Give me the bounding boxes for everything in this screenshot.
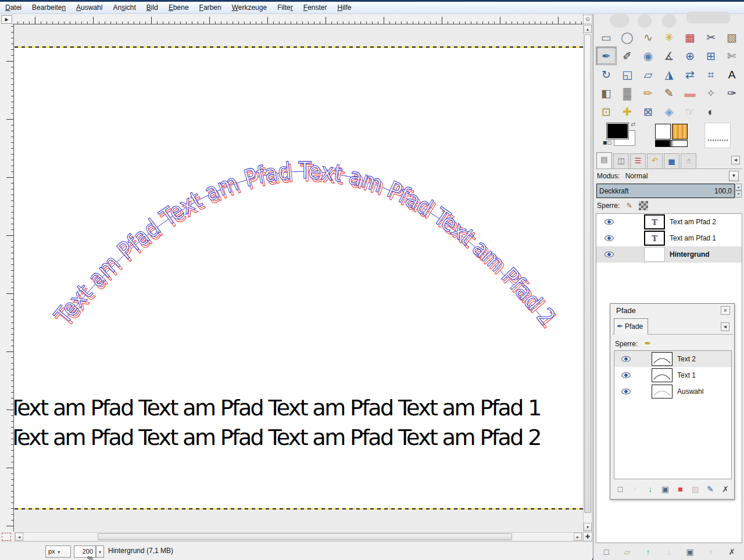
duplicate-path-button[interactable]: ▣ <box>659 483 672 496</box>
menu-item[interactable]: Ebene <box>163 2 194 13</box>
delete-path-button[interactable]: ✗ <box>719 483 732 496</box>
Text 2[interactable]: Text 2 <box>614 351 731 367</box>
zoom-follows-window-button[interactable]: ⊙ <box>583 15 592 24</box>
perspective-clone-tool[interactable]: ⊠ <box>638 102 659 121</box>
smudge-tool[interactable]: ☞ <box>679 102 700 121</box>
scissors-select-tool[interactable]: ✂ <box>700 28 721 46</box>
opacity-slider[interactable]: Deckkraft 100,0 <box>596 184 735 198</box>
rectangle-select-tool[interactable]: ▭ <box>596 28 617 46</box>
menu-item[interactable]: Ansicht <box>108 2 141 13</box>
align-tool[interactable]: ⊞ <box>700 46 721 65</box>
path-name[interactable]: Text 2 <box>677 355 696 363</box>
zoom-tool[interactable]: ◉ <box>638 46 659 65</box>
text-tool[interactable]: A <box>721 65 742 84</box>
lower-path-button[interactable]: ↓ <box>644 483 657 496</box>
heal-tool[interactable]: ✚ <box>617 102 638 121</box>
gradient-tool[interactable]: ▓ <box>617 84 638 102</box>
eraser-tool[interactable]: ▬ <box>679 84 700 102</box>
layer-name[interactable]: Hintergrund <box>670 250 710 259</box>
visibility-eye-icon[interactable] <box>604 252 614 257</box>
free-select-tool[interactable]: ∿ <box>638 28 659 46</box>
menu-item[interactable]: Fenster <box>298 2 332 13</box>
visibility-eye-icon[interactable] <box>621 372 631 378</box>
path-name[interactable]: Text 1 <box>677 371 696 379</box>
path-thumbnail[interactable] <box>652 385 673 399</box>
visibility-eye-icon[interactable] <box>604 219 614 225</box>
path-name[interactable]: Auswahl <box>677 387 703 396</box>
scale-tool[interactable]: ◱ <box>617 65 638 84</box>
canvas-viewport[interactable]: Text am Pfad Text am Pfad Text am Pfad T… <box>15 24 583 532</box>
new-layer-group-button[interactable]: ▱ <box>620 545 634 558</box>
zoom-dropdown-button[interactable]: ▼ <box>96 545 104 558</box>
ruler-corner-menu-button[interactable]: ▶ <box>1 15 12 24</box>
paths-tool[interactable]: ✒ <box>596 46 617 65</box>
Hintergrund[interactable]: Hintergrund <box>596 246 742 263</box>
fuzzy-select-tool[interactable]: ✳ <box>659 28 679 46</box>
navigation-button[interactable]: ✚ <box>583 532 592 541</box>
histogram-tab[interactable]: ▅ <box>664 153 679 168</box>
menu-item[interactable]: Filter <box>272 2 298 13</box>
paintbrush-tool[interactable]: ✎ <box>659 84 679 102</box>
visibility-eye-icon[interactable] <box>621 389 631 394</box>
Auswahl[interactable]: Auswahl <box>614 383 731 400</box>
vertical-ruler[interactable] <box>0 24 14 532</box>
menu-item[interactable]: Datei <box>0 2 27 13</box>
move-tool[interactable]: ⊕ <box>679 46 700 65</box>
new-layer-button[interactable]: □ <box>599 545 613 558</box>
layer-thumbnail[interactable]: T <box>644 214 665 229</box>
layer-thumbnail[interactable] <box>644 247 665 262</box>
menu-item[interactable]: Hilfe <box>332 2 357 13</box>
close-icon[interactable]: × <box>721 306 730 315</box>
path-thumbnail[interactable] <box>652 352 673 366</box>
path-thumbnail[interactable] <box>652 368 673 382</box>
active-image-preview[interactable] <box>704 123 731 148</box>
Text 1[interactable]: Text 1 <box>614 367 731 383</box>
v-scrollbar-thumb[interactable] <box>584 34 591 513</box>
raise-path-button[interactable]: ↑ <box>629 483 642 496</box>
lower-layer-button[interactable]: ↓ <box>662 545 676 558</box>
foreground-color-swatch[interactable] <box>607 123 628 139</box>
Text am Pfad 2[interactable]: T Text am Pfad 2 <box>596 214 742 230</box>
ink-tool[interactable]: ✑ <box>721 84 742 102</box>
spin-down-icon[interactable]: ▼ <box>735 191 742 198</box>
dodge-burn-tool[interactable]: ◐ <box>700 102 721 121</box>
select-by-color-tool[interactable]: ▦ <box>679 28 700 46</box>
anchor-layer-button[interactable]: ♆ <box>704 545 718 558</box>
h-scrollbar-thumb[interactable] <box>98 533 512 540</box>
lock-path-icon[interactable]: ✒ <box>645 339 652 348</box>
color-picker-tool[interactable]: ✐ <box>617 46 638 65</box>
stroke-path-button[interactable]: ✎ <box>704 483 717 496</box>
visibility-eye-icon[interactable] <box>621 356 631 362</box>
swap-colors-icon[interactable]: ⇄ <box>631 121 635 127</box>
lock-alpha-icon[interactable] <box>639 201 648 210</box>
device-status-tab[interactable]: ◫ <box>613 153 629 168</box>
layers-tab[interactable]: ▤ <box>596 152 612 168</box>
vertical-scrollbar[interactable]: ▲ ▼ <box>583 24 592 532</box>
active-brush-preview[interactable] <box>655 124 671 139</box>
scroll-left-icon[interactable]: ◄ <box>15 533 23 541</box>
scroll-right-icon[interactable]: ► <box>574 533 582 541</box>
crop-tool[interactable]: ✄ <box>721 46 742 65</box>
visibility-eye-icon[interactable] <box>604 235 614 241</box>
measure-tool[interactable]: ∡ <box>659 46 679 65</box>
menu-item[interactable]: Werkzeuge <box>227 2 272 13</box>
pointer-tab[interactable]: ☝ <box>681 153 696 168</box>
shear-tool[interactable]: ▱ <box>638 65 659 84</box>
raise-layer-button[interactable]: ↑ <box>641 545 655 558</box>
scroll-up-icon[interactable]: ▲ <box>584 25 592 33</box>
cage-transform-tool[interactable]: ⌗ <box>700 65 721 84</box>
path-to-selection-button[interactable]: ■ <box>674 483 686 496</box>
mode-dropdown-button[interactable]: ▼ <box>729 171 739 181</box>
channels-tab[interactable]: ☰ <box>630 153 646 168</box>
foreground-select-tool[interactable]: ▧ <box>721 28 742 46</box>
selection-to-path-button[interactable]: ▨ <box>689 483 702 496</box>
active-pattern-preview[interactable] <box>672 124 688 139</box>
Text am Pfad 1[interactable]: T Text am Pfad 1 <box>596 230 742 246</box>
horizontal-ruler[interactable] <box>13 14 583 24</box>
new-path-button[interactable]: □ <box>614 483 627 496</box>
scroll-down-icon[interactable]: ▼ <box>584 523 592 531</box>
menu-item[interactable]: Bild <box>141 2 163 13</box>
opacity-spinner[interactable]: ▲▼ <box>735 184 742 198</box>
quickmask-toggle-button[interactable] <box>2 533 11 541</box>
duplicate-layer-button[interactable]: ▣ <box>683 545 697 558</box>
